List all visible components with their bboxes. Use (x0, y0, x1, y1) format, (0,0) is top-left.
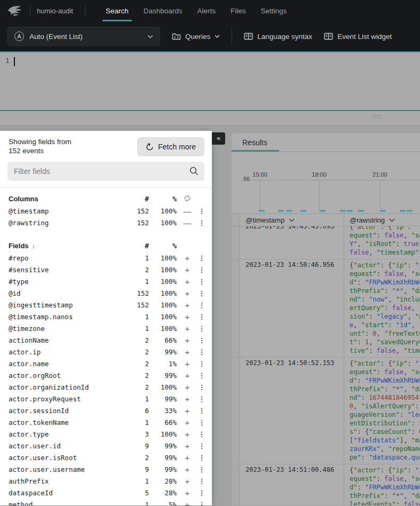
event-row[interactable]: 2023-01-23 14:45:45.093{"actor": {"ip": … (232, 226, 420, 259)
add-column-icon[interactable]: + (177, 406, 198, 415)
field-row[interactable]: @rawstring152100%—⋮ (0, 217, 212, 228)
visualization-select[interactable]: A Auto (Event List) (7, 27, 160, 46)
kebab-menu-icon[interactable]: ⋮ (198, 395, 205, 403)
add-column-icon[interactable]: + (177, 430, 198, 439)
kebab-menu-icon[interactable]: ⋮ (198, 336, 205, 344)
histogram-bar[interactable] (400, 210, 406, 212)
event-row[interactable]: 2023-01-23 14:51:00.486{"actor": {"ip": … (232, 464, 420, 505)
kebab-menu-icon[interactable]: ⋮ (198, 278, 205, 286)
add-column-icon[interactable]: + (177, 383, 198, 392)
histogram-bar[interactable] (300, 210, 306, 212)
kebab-menu-icon[interactable]: ⋮ (198, 348, 205, 356)
add-column-icon[interactable]: + (177, 418, 198, 427)
tab-results[interactable]: Results (232, 133, 279, 152)
kebab-menu-icon[interactable]: ⋮ (198, 465, 205, 473)
field-row[interactable]: @timestamp.nanos1100%+⋮ (0, 311, 212, 322)
rawstring-column-header[interactable]: @rawstring (344, 214, 420, 226)
add-column-icon[interactable]: + (177, 324, 198, 333)
add-column-icon[interactable]: + (177, 289, 198, 298)
field-row[interactable]: actor.name21%+⋮ (0, 358, 212, 369)
add-column-icon[interactable]: + (177, 488, 198, 497)
histogram-bar[interactable] (380, 210, 386, 212)
add-column-icon[interactable]: + (177, 254, 198, 263)
kebab-menu-icon[interactable]: ⋮ (198, 442, 205, 450)
splitter-bar[interactable] (0, 111, 420, 126)
field-row[interactable]: dataspaceId528%+⋮ (0, 487, 212, 499)
add-column-icon[interactable]: + (177, 265, 198, 274)
nav-item-search[interactable]: Search (98, 0, 136, 21)
add-column-icon[interactable]: + (177, 441, 198, 450)
field-row[interactable]: actor.sessionId633%+⋮ (0, 405, 212, 416)
field-row[interactable]: actor.user.isRoot299%+⋮ (0, 452, 212, 463)
kebab-menu-icon[interactable]: ⋮ (198, 207, 205, 215)
kebab-menu-icon[interactable]: ⋮ (198, 430, 205, 438)
kebab-menu-icon[interactable]: ⋮ (198, 266, 205, 274)
remove-column-icon[interactable]: — (177, 218, 198, 227)
kebab-menu-icon[interactable]: ⋮ (198, 489, 205, 497)
kebab-menu-icon[interactable]: ⋮ (198, 383, 205, 391)
kebab-menu-icon[interactable]: ⋮ (198, 289, 205, 297)
sort-descending-icon[interactable]: ↓ (32, 242, 36, 250)
falcon-logo-icon[interactable] (7, 4, 23, 17)
add-column-icon[interactable]: + (177, 277, 198, 286)
filter-fields-input[interactable] (7, 162, 204, 181)
field-row[interactable]: #type1100%+⋮ (0, 275, 212, 287)
field-row[interactable]: actor.organizationId2100%+⋮ (0, 381, 212, 393)
nav-item-settings[interactable]: Settings (253, 0, 295, 21)
add-column-icon[interactable]: + (177, 465, 198, 474)
kebab-menu-icon[interactable]: ⋮ (198, 371, 205, 380)
histogram-bar[interactable] (320, 210, 326, 212)
language-syntax-button[interactable]: Language syntax (244, 33, 312, 41)
kebab-menu-icon[interactable]: ⋮ (198, 418, 205, 426)
field-row[interactable]: authPrefix128%+⋮ (0, 475, 212, 487)
sync-columns-icon[interactable] (177, 194, 198, 203)
kebab-menu-icon[interactable]: ⋮ (198, 454, 205, 462)
event-list-widget-button[interactable]: Event List widget (324, 33, 392, 41)
kebab-menu-icon[interactable]: ⋮ (198, 325, 205, 333)
field-row[interactable]: @ingesttimestamp152100%+⋮ (0, 299, 212, 311)
timestamp-column-header[interactable]: @timestamp (240, 214, 344, 226)
field-row[interactable]: actor.type3100%+⋮ (0, 428, 212, 440)
field-row[interactable]: actor.tokenName166%+⋮ (0, 416, 212, 428)
histogram-bar[interactable] (259, 210, 265, 212)
remove-column-icon[interactable]: — (177, 207, 198, 216)
field-row[interactable]: #sensitive2100%+⋮ (0, 264, 212, 275)
kebab-menu-icon[interactable]: ⋮ (198, 313, 205, 321)
nav-item-files[interactable]: Files (223, 0, 253, 21)
field-row[interactable]: #repo1100%+⋮ (0, 252, 212, 264)
kebab-menu-icon[interactable]: ⋮ (198, 501, 205, 506)
kebab-menu-icon[interactable]: ⋮ (198, 301, 205, 309)
add-column-icon[interactable]: + (177, 477, 198, 486)
event-row[interactable]: 2023-01-23 14:50:46.956{"actor": {"ip": … (232, 259, 420, 358)
field-row[interactable]: actor.user.id999%+⋮ (0, 440, 212, 452)
field-row[interactable]: @timezone1100%+⋮ (0, 322, 212, 334)
kebab-menu-icon[interactable]: ⋮ (198, 360, 205, 368)
kebab-menu-icon[interactable]: ⋮ (198, 477, 205, 485)
histogram-bar[interactable] (278, 210, 284, 212)
add-column-icon[interactable]: + (177, 453, 198, 462)
collapse-panel-button[interactable]: « (212, 132, 225, 145)
field-row[interactable]: actor.orgRoot299%+⋮ (0, 369, 212, 381)
histogram-bar[interactable] (340, 210, 346, 212)
nav-item-dashboards[interactable]: Dashboards (136, 0, 190, 21)
event-histogram[interactable]: 66 15:0018:0021:00 (232, 152, 420, 214)
kebab-menu-icon[interactable]: ⋮ (198, 254, 205, 262)
fetch-more-button[interactable]: Fetch more (137, 137, 204, 156)
add-column-icon[interactable]: + (177, 394, 198, 404)
field-row[interactable]: actor.proxyRequest199%+⋮ (0, 393, 212, 405)
nav-item-alerts[interactable]: Alerts (190, 0, 224, 21)
kebab-menu-icon[interactable]: ⋮ (198, 407, 205, 415)
add-column-icon[interactable]: + (177, 301, 198, 310)
field-row[interactable]: @timestamp152100%—⋮ (0, 205, 212, 217)
add-column-icon[interactable]: + (177, 359, 198, 368)
histogram-bar[interactable] (407, 210, 413, 212)
queries-menu-button[interactable]: Queries (172, 33, 220, 41)
add-column-icon[interactable]: + (177, 347, 198, 357)
add-column-icon[interactable]: + (177, 312, 198, 321)
field-row[interactable]: @id152100%+⋮ (0, 287, 212, 299)
field-row[interactable]: actor.user.username999%+⋮ (0, 463, 212, 475)
add-column-icon[interactable]: + (177, 336, 198, 345)
histogram-bar[interactable] (286, 210, 292, 212)
add-column-icon[interactable]: + (177, 371, 198, 380)
add-column-icon[interactable]: + (177, 500, 198, 506)
